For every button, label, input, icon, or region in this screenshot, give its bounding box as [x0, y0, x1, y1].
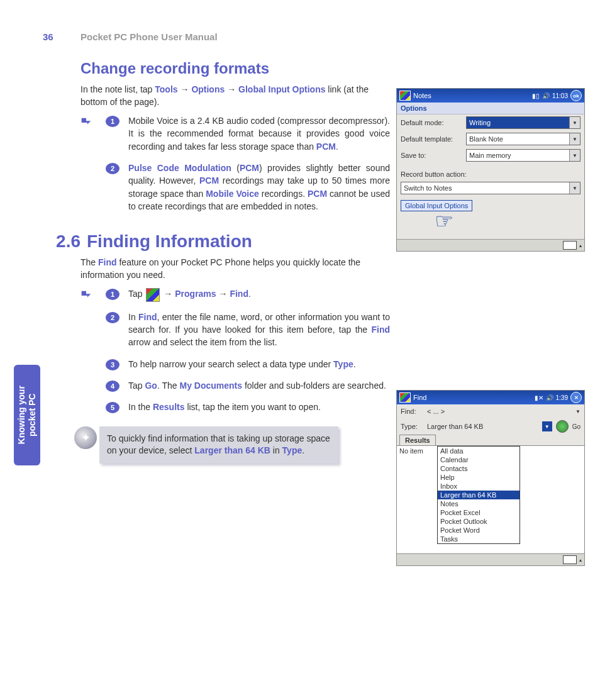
lightbulb-icon: ✦ — [74, 426, 97, 449]
chevron-down-icon[interactable]: ▼ — [569, 133, 580, 145]
chevron-down-icon[interactable]: ▼ — [575, 409, 581, 414]
label-default-mode: Default mode: — [401, 119, 464, 126]
chevron-down-icon[interactable]: ▼ — [569, 182, 580, 194]
section2-intro: The Find feature on your Pocket PC Phone… — [81, 257, 390, 281]
chevron-down-icon[interactable]: ▼ — [569, 150, 580, 161]
sip-bar[interactable]: ▴ — [397, 239, 584, 251]
sip-bar[interactable]: ▴ — [397, 553, 584, 565]
bullet-3-icon: 3 — [106, 359, 119, 370]
options-subtitle: Options — [397, 103, 584, 114]
option-calendar[interactable]: Calendar — [438, 455, 519, 464]
find-input[interactable]: < ... > — [427, 406, 572, 416]
signal-icon: ▮▯ — [532, 92, 540, 99]
chevron-down-icon[interactable]: ▼ — [569, 117, 580, 128]
option-pocket-outlook[interactable]: Pocket Outlook — [438, 517, 519, 526]
heading-finding-information: Finding Information — [87, 231, 252, 252]
label-record-button-action: Record button action: — [401, 170, 467, 178]
section2-step-2: 2 In Find, enter the file name, word, or… — [106, 311, 390, 349]
side-tab: Knowing your pocket PC — [14, 365, 40, 465]
section2-step-5: 5 In the Results list, tap the item you … — [106, 401, 390, 413]
label-find: Find: — [401, 408, 423, 415]
option-all-data[interactable]: All data — [438, 447, 519, 455]
section1-step-1: 1 Mobile Voice is a 2.4 KB audio coded (… — [106, 114, 390, 153]
label-default-template: Default template: — [401, 135, 464, 143]
go-button[interactable] — [556, 420, 569, 433]
procedure-arrow-icon — [79, 116, 93, 130]
chevron-up-icon[interactable]: ▴ — [579, 557, 582, 563]
bullet-1-icon: 1 — [106, 116, 119, 127]
keyboard-icon[interactable] — [563, 555, 577, 564]
titlebar[interactable]: Find ▮✕ 🔊 1:39 ✕ — [397, 391, 584, 404]
tip-box: ✦ To quickly find information that is ta… — [74, 426, 338, 464]
start-icon — [146, 288, 160, 302]
label-save-to: Save to: — [401, 152, 464, 159]
link-options: Options — [191, 84, 225, 94]
side-tab-line1: Knowing your — [16, 386, 26, 444]
signal-icon: ▮✕ — [535, 394, 543, 401]
link-global-input-options: Global Input Options — [238, 84, 325, 94]
section1-intro: In the note list, tap Tools → Options → … — [81, 84, 390, 108]
option-contacts[interactable]: Contacts — [438, 464, 519, 473]
speaker-icon: 🔊 — [546, 394, 553, 401]
option-notes[interactable]: Notes — [438, 499, 519, 508]
heading-change-recording-formats: Change recording formats — [81, 60, 390, 77]
section2-step-1: 1 Tap → Programs → Find. — [106, 287, 390, 301]
go-label: Go — [572, 423, 581, 430]
screenshot-find: Find ▮✕ 🔊 1:39 ✕ Find: < ... > ▼ Type: L… — [396, 390, 585, 566]
page-number: 36 — [43, 31, 81, 42]
start-icon[interactable] — [399, 91, 411, 101]
manual-title: Pocket PC Phone User Manual — [81, 31, 218, 42]
section1-step-2: 2 Pulse Code Modulation (PCM) provides s… — [106, 162, 390, 213]
bullet-2-icon: 2 — [106, 163, 119, 174]
chevron-down-icon[interactable]: ▼ — [542, 421, 552, 431]
screenshot-notes-options: Notes ▮▯ 🔊 11:03 ok Options Default mode… — [396, 88, 585, 252]
combo-default-template[interactable]: Blank Note▼ — [466, 133, 581, 145]
speaker-icon: 🔊 — [542, 92, 550, 99]
option-inbox[interactable]: Inbox — [438, 482, 519, 491]
keyboard-icon[interactable] — [563, 241, 577, 250]
label-type: Type: — [401, 423, 423, 430]
option-help[interactable]: Help — [438, 473, 519, 482]
option-pocket-word[interactable]: Pocket Word — [438, 526, 519, 535]
bullet-4-icon: 4 — [106, 381, 119, 392]
section2-step-3: 3 To help narrow your search select a da… — [106, 358, 390, 370]
close-button[interactable]: ✕ — [570, 392, 582, 403]
type-dropdown[interactable]: All data Calendar Contacts Help Inbox La… — [437, 446, 520, 544]
chevron-up-icon[interactable]: ▴ — [579, 243, 582, 248]
option-tasks[interactable]: Tasks — [438, 535, 519, 543]
ok-button[interactable]: ok — [570, 90, 582, 101]
clock: 11:03 — [552, 92, 568, 99]
link-tools: Tools — [155, 84, 177, 94]
side-tab-line2: pocket PC — [27, 394, 37, 436]
combo-record-action[interactable]: Switch to Notes▼ — [401, 182, 581, 194]
pointing-hand-icon: ☞ — [435, 208, 453, 233]
bullet-1-icon: 1 — [106, 289, 119, 300]
titlebar[interactable]: Notes ▮▯ 🔊 11:03 ok — [397, 89, 584, 103]
app-title: Find — [413, 394, 426, 401]
combo-default-mode[interactable]: Writing▼ — [466, 116, 581, 129]
no-item-text: No item — [399, 447, 423, 455]
combo-save-to[interactable]: Main memory▼ — [466, 149, 581, 162]
results-list[interactable]: No item All data Calendar Contacts Help … — [397, 445, 584, 553]
tab-results[interactable]: Results — [399, 435, 436, 445]
app-title: Notes — [413, 92, 431, 99]
bullet-5-icon: 5 — [106, 402, 119, 413]
option-larger-than-64kb[interactable]: Larger than 64 KB — [438, 491, 519, 499]
section2-step-4: 4 Tap Go. The My Documents folder and su… — [106, 379, 390, 392]
option-pocket-excel[interactable]: Pocket Excel — [438, 508, 519, 517]
type-value[interactable]: Larger than 64 KB — [427, 421, 538, 431]
start-icon[interactable] — [399, 392, 411, 403]
page-header: 36 Pocket PC Phone User Manual — [0, 0, 600, 42]
section-number: 2.6 — [43, 231, 81, 252]
clock: 1:39 — [556, 394, 568, 401]
procedure-arrow-icon — [79, 289, 93, 303]
bullet-2-icon: 2 — [106, 312, 119, 323]
